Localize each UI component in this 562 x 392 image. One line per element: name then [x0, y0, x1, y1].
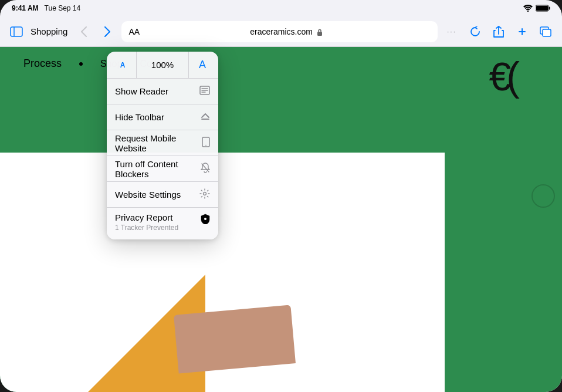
hide-toolbar-item[interactable]: Hide Toolbar	[107, 104, 218, 130]
add-tab-button[interactable]	[513, 22, 531, 41]
share-button[interactable]	[489, 22, 508, 41]
svg-rect-4	[11, 27, 22, 36]
website-settings-item[interactable]: Website Settings	[107, 182, 218, 208]
font-percent-display: 100%	[136, 52, 189, 78]
ceramic-item	[174, 305, 296, 373]
tab-title: Shopping	[31, 26, 67, 36]
settings-icon	[199, 188, 210, 201]
aa-label[interactable]: AA	[128, 27, 140, 36]
request-mobile-website-item[interactable]: Request Mobile Website	[107, 130, 218, 156]
svg-point-18	[204, 218, 206, 220]
show-reader-item[interactable]: Show Reader	[107, 79, 218, 104]
ipad-frame: 9:41 AM Tue Sep 14	[0, 0, 562, 392]
show-reader-label: Show Reader	[115, 86, 168, 96]
battery-icon	[536, 5, 550, 12]
website-settings-label: Website Settings	[115, 190, 181, 200]
web-navigation: Process Shop Contact	[0, 47, 562, 80]
font-size-row: A 100% A	[107, 52, 218, 79]
hide-toolbar-icon	[201, 111, 210, 123]
svg-rect-8	[543, 29, 551, 36]
url-text: eraceramics.com	[142, 27, 431, 36]
mobile-icon	[202, 137, 210, 150]
request-mobile-label: Request Mobile Website	[115, 133, 202, 153]
svg-rect-6	[317, 32, 322, 36]
status-time: 9:41 AM	[12, 4, 39, 12]
address-bar[interactable]: AA eraceramics.com	[121, 21, 438, 42]
reload-button[interactable]	[466, 22, 485, 41]
web-nav-dot	[79, 62, 83, 66]
brand-logo: €(	[489, 53, 515, 100]
home-button[interactable]	[531, 184, 555, 208]
hide-toolbar-label: Hide Toolbar	[115, 112, 164, 122]
svg-rect-2	[536, 6, 548, 11]
safari-toolbar: Shopping AA eraceramics.com ···	[0, 16, 562, 47]
content-blockers-label: Turn off Content Blockers	[115, 159, 201, 179]
turn-off-content-blockers-item[interactable]: Turn off Content Blockers	[107, 156, 218, 182]
svg-point-17	[204, 192, 206, 195]
privacy-report-label: Privacy Report	[115, 212, 178, 222]
back-button[interactable]	[75, 22, 93, 41]
status-right	[523, 5, 550, 12]
dots-button: ···	[442, 22, 461, 41]
svg-point-0	[527, 11, 529, 12]
sidebar-button[interactable]	[7, 22, 26, 41]
privacy-shield-icon	[201, 214, 210, 227]
wifi-icon	[523, 5, 533, 12]
svg-point-15	[205, 144, 206, 146]
font-increase-button[interactable]: A	[189, 52, 216, 78]
lock-icon	[317, 29, 323, 36]
privacy-report-item[interactable]: Privacy Report 1 Tracker Prevented	[107, 208, 218, 239]
font-decrease-button[interactable]: A	[109, 52, 136, 78]
bell-slash-icon	[201, 163, 210, 175]
status-date: Tue Sep 14	[45, 4, 81, 12]
forward-button[interactable]	[98, 22, 117, 41]
tabs-button[interactable]	[536, 22, 555, 41]
reader-icon	[199, 86, 210, 97]
privacy-report-sublabel: 1 Tracker Prevented	[115, 224, 178, 232]
privacy-report-text: Privacy Report 1 Tracker Prevented	[115, 212, 178, 232]
svg-rect-3	[549, 7, 550, 10]
web-nav-process: Process	[23, 58, 62, 70]
status-bar: 9:41 AM Tue Sep 14	[0, 0, 562, 16]
web-content: Process Shop Contact €(	[0, 47, 562, 392]
dropdown-menu: A 100% A Show Reader Hide Too	[107, 52, 218, 239]
